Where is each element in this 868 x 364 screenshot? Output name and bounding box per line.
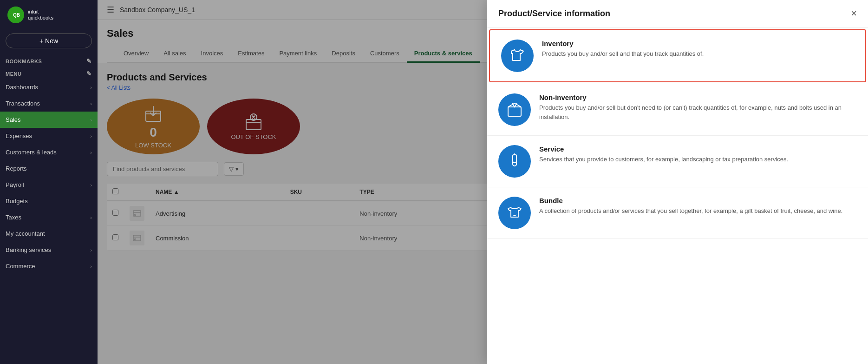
sidebar-item-label-my-accountant: My accountant bbox=[6, 230, 45, 237]
sidebar-item-my-accountant[interactable]: My accountant bbox=[0, 225, 98, 242]
option-desc-inventory: Products you buy and/or sell and that yo… bbox=[542, 49, 854, 59]
sidebar-item-customers-leads[interactable]: Customers & leads › bbox=[0, 144, 98, 160]
sidebar-nav: Dashboards › Transactions › Sales › Expe… bbox=[0, 79, 98, 274]
svg-rect-10 bbox=[513, 155, 516, 162]
sidebar-item-label-reports: Reports bbox=[6, 165, 27, 172]
option-icon-bundle bbox=[498, 197, 531, 229]
bookmarks-section-header[interactable]: BOOKMARKS ✎ bbox=[0, 54, 98, 66]
logo-text: intuit quickbooks bbox=[28, 9, 53, 21]
option-icon-inventory bbox=[501, 40, 534, 72]
option-title-service: Service bbox=[539, 145, 857, 153]
sidebar-chevron-dashboards: › bbox=[90, 85, 92, 90]
option-title-inventory: Inventory bbox=[542, 40, 854, 47]
svg-rect-9 bbox=[508, 107, 521, 116]
sidebar-chevron-taxes: › bbox=[90, 215, 92, 220]
product-option-service[interactable]: Service Services that you provide to cus… bbox=[487, 136, 868, 187]
option-desc-non-inventory: Products you buy and/or sell but don't n… bbox=[539, 103, 857, 121]
side-panel: Product/Service information × Inventory … bbox=[487, 0, 868, 364]
panel-close-button[interactable]: × bbox=[851, 8, 857, 19]
menu-section-header[interactable]: MENU ✎ bbox=[0, 66, 98, 79]
option-icon-service bbox=[498, 145, 531, 178]
sidebar-item-budgets[interactable]: Budgets bbox=[0, 193, 98, 209]
sidebar-item-label-sales: Sales bbox=[6, 116, 21, 123]
option-text-service: Service Services that you provide to cus… bbox=[539, 145, 857, 164]
sidebar-item-sales[interactable]: Sales › bbox=[0, 112, 98, 128]
sidebar-chevron-transactions: › bbox=[90, 101, 92, 106]
option-desc-service: Services that you provide to customers, … bbox=[539, 155, 857, 164]
sidebar-chevron-expenses: › bbox=[90, 133, 92, 139]
panel-header: Product/Service information × bbox=[487, 0, 868, 27]
sidebar-item-label-payroll: Payroll bbox=[6, 181, 24, 188]
main-content: ☰ Sandbox Company_US_1 Sales OverviewAll… bbox=[98, 0, 868, 364]
sidebar-chevron-banking-services: › bbox=[90, 247, 92, 253]
product-option-bundle[interactable]: Bundle A collection of products and/or s… bbox=[487, 187, 868, 239]
sidebar: QB intuit quickbooks + New BOOKMARKS ✎ M… bbox=[0, 0, 98, 364]
sidebar-item-reports[interactable]: Reports bbox=[0, 160, 98, 177]
sidebar-item-banking-services[interactable]: Banking services › bbox=[0, 242, 98, 258]
logo-icon: QB bbox=[7, 7, 24, 23]
product-option-non-inventory[interactable]: Non-inventory Products you buy and/or se… bbox=[487, 84, 868, 136]
sidebar-chevron-commerce: › bbox=[90, 264, 92, 269]
sidebar-item-payroll[interactable]: Payroll › bbox=[0, 177, 98, 193]
sidebar-item-expenses[interactable]: Expenses › bbox=[0, 128, 98, 144]
sidebar-item-label-customers-leads: Customers & leads bbox=[6, 149, 57, 156]
option-desc-bundle: A collection of products and/or services… bbox=[539, 206, 857, 216]
sidebar-item-label-taxes: Taxes bbox=[6, 214, 21, 221]
sidebar-item-taxes[interactable]: Taxes › bbox=[0, 209, 98, 225]
sidebar-item-dashboards[interactable]: Dashboards › bbox=[0, 79, 98, 95]
sidebar-chevron-sales: › bbox=[90, 117, 92, 123]
bookmarks-edit-icon[interactable]: ✎ bbox=[86, 58, 92, 65]
sidebar-item-label-dashboards: Dashboards bbox=[6, 84, 38, 91]
sidebar-item-label-commerce: Commerce bbox=[6, 263, 35, 270]
panel-title: Product/Service information bbox=[498, 9, 610, 19]
sidebar-item-transactions[interactable]: Transactions › bbox=[0, 95, 98, 112]
menu-edit-icon[interactable]: ✎ bbox=[86, 70, 92, 77]
option-text-non-inventory: Non-inventory Products you buy and/or se… bbox=[539, 93, 857, 121]
svg-text:QB: QB bbox=[13, 13, 20, 18]
option-title-non-inventory: Non-inventory bbox=[539, 93, 857, 101]
sidebar-item-label-expenses: Expenses bbox=[6, 132, 32, 139]
sidebar-item-commerce[interactable]: Commerce › bbox=[0, 258, 98, 274]
sidebar-item-label-banking-services: Banking services bbox=[6, 246, 51, 253]
sidebar-chevron-customers-leads: › bbox=[90, 150, 92, 155]
logo-area: QB intuit quickbooks bbox=[0, 0, 98, 30]
product-option-inventory[interactable]: Inventory Products you buy and/or sell a… bbox=[489, 29, 866, 82]
sidebar-chevron-payroll: › bbox=[90, 182, 92, 188]
sidebar-item-label-transactions: Transactions bbox=[6, 100, 40, 107]
option-title-bundle: Bundle bbox=[539, 197, 857, 205]
option-text-bundle: Bundle A collection of products and/or s… bbox=[539, 197, 857, 216]
new-button[interactable]: + New bbox=[6, 33, 92, 48]
sidebar-item-label-budgets: Budgets bbox=[6, 198, 28, 205]
panel-body: Inventory Products you buy and/or sell a… bbox=[487, 27, 868, 364]
option-icon-non-inventory bbox=[498, 93, 531, 126]
option-text-inventory: Inventory Products you buy and/or sell a… bbox=[542, 40, 854, 59]
